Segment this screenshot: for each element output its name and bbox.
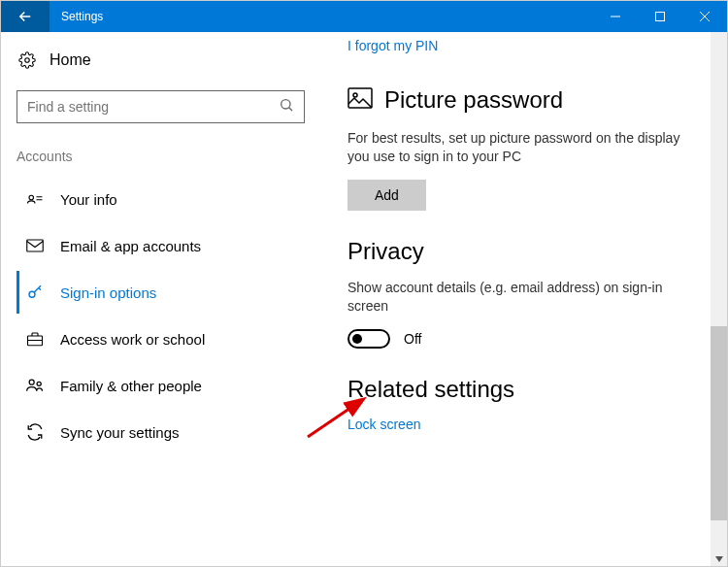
content-area: I forgot my PIN Picture password For bes… [326,32,727,566]
person-card-icon [23,192,47,206]
sidebar-item-your-info[interactable]: Your info [17,178,305,220]
picture-password-desc: For best results, set up picture passwor… [347,129,702,166]
svg-marker-13 [715,556,723,562]
nav-section-header: Accounts [17,149,305,164]
close-button[interactable] [682,1,727,32]
forgot-pin-link[interactable]: I forgot my PIN [347,38,702,53]
svg-point-3 [29,195,34,200]
window-controls [593,1,727,32]
scroll-down-button[interactable] [711,551,727,566]
svg-rect-4 [27,240,44,251]
sidebar-item-label: Your info [60,191,117,208]
svg-point-5 [29,291,35,297]
picture-password-title: Picture password [384,86,563,114]
svg-rect-0 [656,13,665,21]
sidebar-item-label: Sign-in options [60,284,156,301]
svg-point-2 [281,100,290,109]
sidebar-item-sync-settings[interactable]: Sync your settings [17,411,305,453]
sidebar-item-signin-options[interactable]: Sign-in options [17,271,305,314]
picture-password-header: Picture password [347,86,702,114]
privacy-toggle[interactable] [347,329,390,349]
titlebar: Settings [1,1,727,32]
search-icon [279,97,294,117]
toggle-state-label: Off [404,331,421,347]
sidebar-item-label: Access work or school [60,331,205,348]
related-settings-title: Related settings [347,376,702,403]
sidebar-item-label: Sync your settings [60,424,180,441]
home-nav[interactable]: Home [17,51,305,69]
minimize-button[interactable] [593,1,638,32]
sidebar-item-label: Family & other people [60,378,202,394]
window-title: Settings [50,10,593,23]
privacy-toggle-row: Off [347,329,702,349]
mail-icon [23,239,47,252]
back-button[interactable] [1,1,50,32]
people-icon [23,378,47,393]
search-input-container[interactable] [17,90,305,123]
briefcase-icon [23,331,47,347]
home-label: Home [50,51,91,69]
sidebar-item-family-people[interactable]: Family & other people [17,364,305,407]
svg-point-1 [25,58,30,63]
sidebar: Home Accounts Your info Email & app acco… [1,32,326,566]
privacy-toggle-desc: Show account details (e.g. email address… [347,279,702,316]
maximize-button[interactable] [638,1,682,32]
svg-point-7 [29,380,34,384]
search-input[interactable] [27,99,279,115]
add-button[interactable]: Add [347,180,426,211]
sidebar-item-email-accounts[interactable]: Email & app accounts [17,224,305,267]
sync-icon [23,423,47,441]
sidebar-item-work-school[interactable]: Access work or school [17,317,305,360]
lock-screen-link[interactable]: Lock screen [347,417,702,432]
toggle-knob [352,334,362,344]
key-icon [23,284,47,301]
svg-point-10 [353,93,357,97]
scrollbar-thumb[interactable] [711,326,727,520]
svg-point-8 [37,382,41,385]
privacy-title: Privacy [347,238,702,265]
gear-icon [17,51,38,69]
sidebar-item-label: Email & app accounts [60,238,201,254]
picture-icon [347,87,373,113]
